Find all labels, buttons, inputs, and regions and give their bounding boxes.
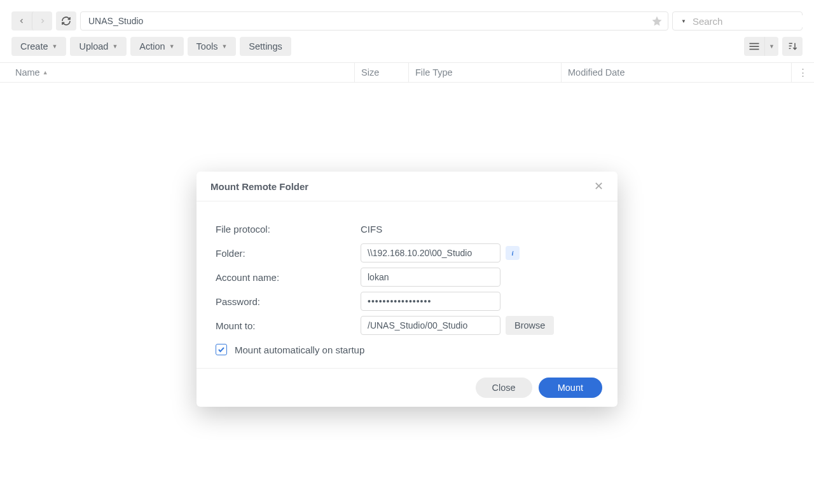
account-input[interactable] (361, 268, 500, 287)
folder-label: Folder: (216, 248, 361, 259)
info-icon[interactable]: i (506, 246, 520, 260)
auto-mount-label: Mount automatically on startup (235, 344, 364, 355)
protocol-label: File protocol: (216, 224, 361, 235)
close-button[interactable]: Close (476, 378, 532, 398)
folder-input[interactable] (361, 243, 500, 262)
password-label: Password: (216, 296, 361, 307)
check-icon (217, 346, 225, 353)
browse-button[interactable]: Browse (506, 316, 554, 335)
dialog-header: Mount Remote Folder ✕ (197, 172, 617, 201)
auto-mount-checkbox[interactable] (216, 344, 227, 355)
dialog-title: Mount Remote Folder (210, 181, 594, 192)
protocol-value: CIFS (361, 224, 382, 235)
mount-to-label: Mount to: (216, 320, 361, 331)
close-icon[interactable]: ✕ (594, 180, 604, 192)
dialog-body: File protocol: CIFS Folder: i Account na… (197, 201, 617, 368)
account-label: Account name: (216, 272, 361, 283)
mount-button[interactable]: Mount (539, 378, 602, 398)
mount-to-input[interactable] (361, 316, 500, 335)
password-input[interactable] (361, 292, 500, 311)
modal-overlay: Mount Remote Folder ✕ File protocol: CIF… (0, 0, 814, 504)
dialog-footer: Close Mount (197, 368, 617, 407)
mount-remote-dialog: Mount Remote Folder ✕ File protocol: CIF… (197, 172, 617, 407)
